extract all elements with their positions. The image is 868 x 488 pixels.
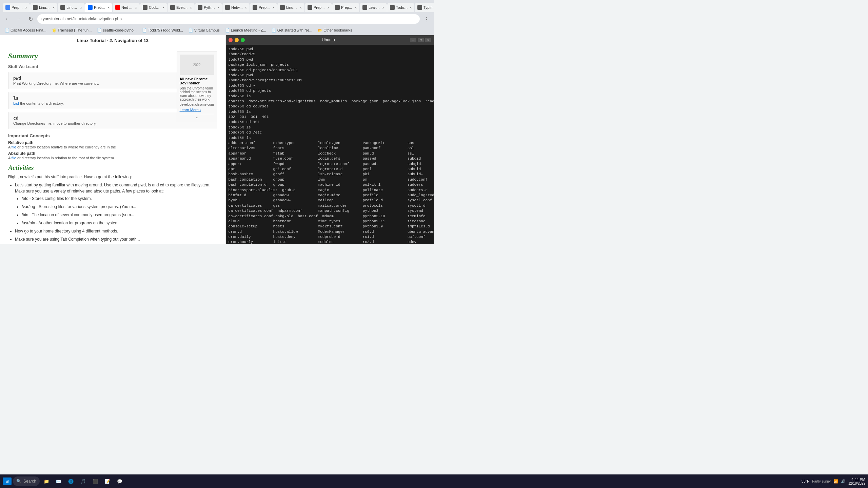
concept-absolute: Absolute path A file or directory locati… bbox=[8, 151, 217, 160]
terminal-line: todd75% pwd bbox=[229, 47, 431, 52]
terminal-line: todd75% pwd bbox=[229, 57, 431, 62]
tab-prep2[interactable]: Prep... × bbox=[250, 3, 277, 12]
terminal-minimize-button[interactable] bbox=[235, 38, 239, 42]
terminal-close-button[interactable] bbox=[229, 38, 233, 42]
terminal-resize-close[interactable]: × bbox=[425, 38, 431, 42]
activity-item-1: Let's start by getting familiar with mov… bbox=[15, 182, 217, 226]
bookmark-trailhead[interactable]: 🌟 Trailhead | The fun... bbox=[50, 27, 94, 33]
terminal-panel: Ubuntu ─ □ × todd75% pwd /home/todd75 to… bbox=[226, 35, 434, 244]
bookmark-capital[interactable]: 📄 Capital Access Fina... bbox=[3, 27, 48, 33]
terminal-line: cron.hourly init.d modules rc2.d udev bbox=[229, 240, 431, 244]
terminal-line: bash_completion group lvm pm sudo.conf bbox=[229, 177, 431, 182]
terminal-line: todd75% ls bbox=[229, 125, 431, 130]
terminal-line: package-lock.json projects bbox=[229, 62, 431, 67]
ad-banner: 2022 All new Chrome Dev Insider Join the… bbox=[177, 52, 217, 122]
activity-item-3: Make sure you are using Tab Completion w… bbox=[15, 236, 217, 242]
terminal-line: /home/todd75 bbox=[229, 52, 431, 57]
terminal-line: todd75% cd projects bbox=[229, 88, 431, 94]
ad-desc: Join the Chrome team behind the scenes t… bbox=[180, 86, 214, 101]
terminal-line: todd75% ls bbox=[229, 136, 431, 141]
terminal-line: cron.daily hosts.deny modprobe.d rc1.d u… bbox=[229, 235, 431, 240]
terminal-resize-normal[interactable]: □ bbox=[418, 38, 424, 42]
important-section: Important Concepts Relative path A file … bbox=[8, 133, 217, 160]
browser-chrome: Prep... × Linux ... × Linux ... × Pretr.… bbox=[0, 0, 434, 35]
bookmark-virtual[interactable]: 📄 Virtual Campus bbox=[186, 27, 222, 33]
terminal-line: todd75% ls bbox=[229, 109, 431, 115]
activities-list: Let's start by getting familiar with mov… bbox=[15, 182, 217, 242]
tab-every[interactable]: Every... × bbox=[167, 3, 195, 12]
bookmarks-bar: 📄 Capital Access Fina... 🌟 Trailhead | T… bbox=[0, 26, 434, 35]
address-url: ryanstutorials.net/linuxtutorial/navigat… bbox=[41, 17, 122, 21]
activities-section: Activities Right, now let's put this stu… bbox=[8, 164, 217, 242]
concept-relative: Relative path A file or directory locati… bbox=[8, 140, 217, 149]
ad-link: developer.chrome.com bbox=[180, 103, 214, 106]
terminal-line: bash_completion.d group- machine-id polk… bbox=[229, 182, 431, 187]
tab-prep3[interactable]: Prep... × bbox=[305, 3, 332, 12]
ad-title: All new Chrome Dev Insider bbox=[180, 77, 214, 85]
terminal-line: binfmt.d gshadow magic.mime profile sudo… bbox=[229, 193, 431, 198]
terminal-line: alternatives fonts localtime pam.conf ss… bbox=[229, 146, 431, 151]
tab-linux1[interactable]: Linux ... × bbox=[30, 3, 57, 12]
tutorial-header: Linux Tutorial - 2. Navigation of 13 bbox=[0, 35, 225, 46]
terminal-line: cron.d hosts.allow ModemManager rc0.d ub… bbox=[229, 229, 431, 235]
bookmark-todd[interactable]: 📄 Todd75 (Todd Wold... bbox=[140, 27, 185, 33]
terminal-line: cloud hostname mime.types python3.11 tim… bbox=[229, 219, 431, 224]
content-area: Linux Tutorial - 2. Navigation of 13 202… bbox=[0, 35, 434, 244]
tab-todo[interactable]: TodoM... × bbox=[387, 3, 414, 12]
reload-button[interactable]: ↻ bbox=[26, 14, 35, 24]
bookmark-other[interactable]: 📂 Other bookmarks bbox=[316, 27, 354, 33]
tab-pytho[interactable]: Pytho... × bbox=[195, 3, 222, 12]
tab-learn[interactable]: Learn ... × bbox=[360, 3, 387, 12]
tutorial-pages: of 13 bbox=[138, 38, 149, 43]
activities-intro: Right, now let's put this stuff into pra… bbox=[8, 175, 217, 179]
activities-title: Activities bbox=[8, 164, 217, 172]
terminal-line: bindresvport.blacklist grub.d magic poll… bbox=[229, 188, 431, 193]
terminal-maximize-button[interactable] bbox=[241, 38, 245, 42]
file-link[interactable]: file bbox=[12, 145, 16, 149]
tab-ned[interactable]: Ned ... × bbox=[113, 3, 140, 12]
tab-bar: Prep... × Linux ... × Linux ... × Pretr.… bbox=[0, 0, 434, 12]
tab-codec[interactable]: CodeC... × bbox=[140, 3, 167, 12]
terminal-line: /home/todd75/projects/courses/301 bbox=[229, 78, 431, 83]
terminal-line: todd75% cd ~ bbox=[229, 83, 431, 88]
list-link[interactable]: List bbox=[13, 101, 19, 105]
back-button[interactable]: ← bbox=[3, 14, 12, 24]
tutorial-title: Linux Tutorial - 2. Navigation bbox=[77, 38, 137, 43]
important-title: Important Concepts bbox=[8, 133, 217, 138]
terminal-line: byobu gshadow- mailcap profile.d sysctl.… bbox=[229, 198, 431, 203]
terminal-title: Ubuntu bbox=[247, 38, 410, 42]
tab-netw1[interactable]: Netw... × bbox=[222, 3, 250, 12]
file-link2[interactable]: file bbox=[12, 156, 16, 160]
activity-item-2: Now go to your home directory using 4 di… bbox=[15, 228, 217, 234]
tab-typin[interactable]: Typin... × bbox=[415, 3, 434, 12]
tab-prep4[interactable]: Prep... × bbox=[332, 3, 359, 12]
tab-prep1[interactable]: Prep... × bbox=[3, 3, 30, 12]
bookmark-getstarted[interactable]: 📄 Get started with Ne... bbox=[270, 27, 314, 33]
tab-linux3[interactable]: Linux ... × bbox=[277, 3, 304, 12]
terminal-resize-small[interactable]: ─ bbox=[410, 38, 416, 42]
tutorial-content: 2022 All new Chrome Dev Insider Join the… bbox=[0, 46, 225, 244]
activity-bin: /bin - The location of several commonly … bbox=[22, 212, 217, 218]
activity-etc: /etc - Stores config files for the syste… bbox=[22, 196, 217, 202]
tab-linux2[interactable]: Linux ... × bbox=[58, 3, 85, 12]
terminal-line: todd75% pwd bbox=[229, 73, 431, 78]
terminal-line: ca-certificates.conf.dpkg-old host.conf … bbox=[229, 214, 431, 219]
tab-pretr[interactable]: Pretr... × bbox=[85, 3, 112, 12]
forward-button[interactable]: → bbox=[14, 14, 24, 24]
extensions-button[interactable]: ⋮ bbox=[422, 14, 431, 24]
address-bar[interactable]: ryanstutorials.net/linuxtutorial/navigat… bbox=[37, 14, 420, 24]
terminal-line: todd75% ls bbox=[229, 94, 431, 99]
terminal-line: console-setup hosts mke2fs.conf python3.… bbox=[229, 224, 431, 229]
terminal-line: bash.bashrc groff lsb-release pki subuid… bbox=[229, 172, 431, 177]
terminal-line: adduser.conf ethertypes locale.gen Packa… bbox=[229, 141, 431, 146]
terminal-line: ca-certificates gss mailcap.order protoc… bbox=[229, 203, 431, 208]
ad-learn-more[interactable]: Learn More › bbox=[180, 108, 201, 112]
terminal-line: todd75% cd 401 bbox=[229, 120, 431, 125]
address-bar-row: ← → ↻ ryanstutorials.net/linuxtutorial/n… bbox=[0, 12, 434, 26]
bookmark-launch[interactable]: 📄 Launch Meeting - Z... bbox=[223, 27, 268, 33]
terminal-line: 102 201 301 401 bbox=[229, 115, 431, 120]
activity-usrbin: /usr/bin - Another location for programs… bbox=[22, 220, 217, 226]
tutorial-panel: Linux Tutorial - 2. Navigation of 13 202… bbox=[0, 35, 226, 244]
terminal-content[interactable]: todd75% pwd /home/todd75 todd75% pwd pac… bbox=[226, 45, 434, 244]
bookmark-seattle[interactable]: 📄 seattle-code-pytho... bbox=[95, 27, 139, 33]
